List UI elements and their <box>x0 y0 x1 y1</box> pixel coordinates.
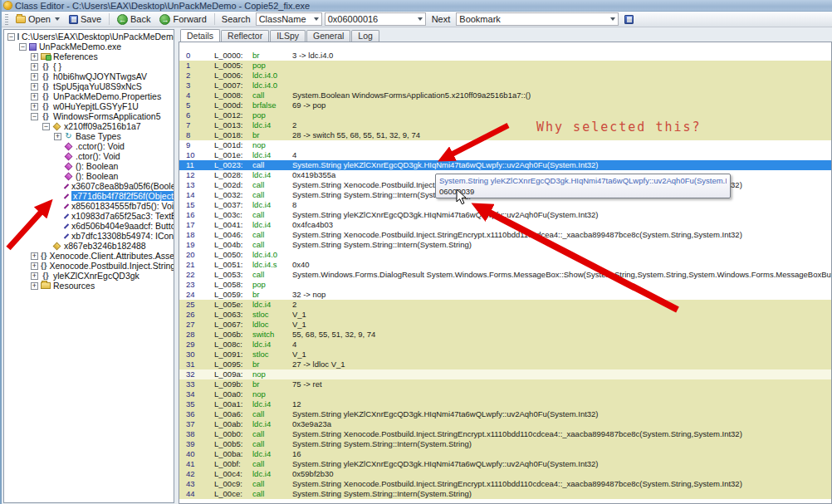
open-button[interactable]: Open <box>12 13 63 25</box>
il-row[interactable]: 10L_001e:ldc.i44 <box>179 150 831 160</box>
collapse-icon[interactable]: − <box>42 123 50 130</box>
il-row[interactable]: 43L_00c9:callSystem.String Xenocode.Post… <box>179 479 831 489</box>
il-row[interactable]: 28L_006b:switch55, 68, 55, 51, 32, 9, 74 <box>179 330 831 340</box>
expand-icon[interactable]: + <box>31 252 38 260</box>
il-row[interactable]: 15L_0037:ldc.i48 <box>179 200 831 210</box>
il-row[interactable]: 7L_0013:ldc.i42 <box>179 120 831 130</box>
tree-item[interactable]: −C:\Users\EAX\Desktop\UnPackMeDemo - Cop… <box>4 32 174 42</box>
il-row[interactable]: 31L_0095:br27 -> ldloc V_1 <box>179 360 831 369</box>
collapse-icon[interactable]: − <box>7 33 15 41</box>
il-row[interactable]: 19L_004b:callSystem.String System.String… <box>179 240 831 250</box>
tab-reflector[interactable]: Reflector <box>221 30 269 42</box>
tree-item[interactable]: x771d6b4f78f2f56f(Object, Ev <box>4 191 174 201</box>
il-row[interactable]: 17L_0041:ldc.i40x4fca4b03 <box>179 220 831 230</box>
expand-icon[interactable]: + <box>31 262 38 270</box>
tab-ilspy[interactable]: ILSpy <box>270 30 306 42</box>
il-row[interactable]: 42L_00c4:ldc.i40x59bf2b30 <box>179 469 831 479</box>
tree-item[interactable]: +{}Xenocode.Client.Attributes.AssemblyA <box>4 251 174 261</box>
classname-dropdown-icon[interactable] <box>314 17 319 21</box>
il-row[interactable]: 37L_00ab:ldc.i40x3e9a23a <box>179 419 831 429</box>
il-row[interactable]: 3L_0007:ldc.i4.0 <box>179 81 831 91</box>
tab-details[interactable]: Details <box>180 29 220 42</box>
il-row[interactable]: 24L_0059:br32 -> nop <box>179 290 831 300</box>
save-button[interactable]: Save <box>66 13 105 25</box>
tab-log[interactable]: Log <box>351 30 379 42</box>
expand-icon[interactable]: + <box>31 63 38 71</box>
il-row[interactable]: 9L_001d:nop <box>179 140 831 150</box>
tree-item[interactable]: (): Boolean <box>4 171 174 181</box>
tree-item[interactable]: +{}yleKZlCXnrEgcQD3gk <box>4 271 174 281</box>
il-row[interactable]: 16L_003c:callSystem.String yleKZlCXnrEgc… <box>179 210 831 220</box>
expand-icon[interactable]: + <box>31 73 38 81</box>
expand-icon[interactable]: + <box>31 93 38 100</box>
expand-icon[interactable]: + <box>54 133 61 140</box>
il-row[interactable]: 20L_0050:ldc.i4.0 <box>179 250 831 260</box>
tree-item[interactable]: .ctor(): Void <box>4 151 174 161</box>
il-row[interactable]: 0L_0000:br3 -> ldc.i4.0 <box>179 51 831 61</box>
tree-item[interactable]: .cctor(): Void <box>4 141 174 151</box>
tree-item[interactable]: xb7dfc13308b54974: IContainer <box>4 231 174 241</box>
expand-icon[interactable]: + <box>31 103 38 110</box>
il-row[interactable]: 21L_0051:ldc.i4.s0x40 <box>179 260 831 270</box>
token-dropdown-icon[interactable] <box>418 17 423 21</box>
bookmark-save-button[interactable] <box>621 14 637 25</box>
tree-item[interactable]: +↻Base Types <box>4 131 174 141</box>
tree-item[interactable]: +{}Xenocode.Postbuild.Inject.StringEncry <box>4 261 174 271</box>
il-row[interactable]: 22L_0053:callSystem.Windows.Forms.Dialog… <box>179 270 831 280</box>
il-row[interactable]: 23L_0058:pop <box>179 280 831 290</box>
collapse-icon[interactable]: − <box>19 43 27 51</box>
il-row[interactable]: 27L_0067:ldlocV_1 <box>179 320 831 330</box>
bookmark-combobox[interactable]: Bookmark <box>456 12 619 26</box>
tree-item[interactable]: x85601834555fb7d5(): Void <box>4 201 174 211</box>
bookmark-dropdown-icon[interactable] <box>610 17 615 21</box>
il-row[interactable]: 2L_0006:ldc.i4.0 <box>179 71 831 81</box>
collapse-icon[interactable]: − <box>31 113 38 120</box>
tab-general[interactable]: General <box>306 30 350 42</box>
tree-item[interactable]: −UnPackMeDemo.exe <box>4 42 174 51</box>
tree-item[interactable]: +{}{ } <box>4 61 174 71</box>
tree-item[interactable]: +{}UnPackMeDemo.Properties <box>4 91 174 101</box>
open-dropdown-icon[interactable] <box>55 17 60 21</box>
tree-item[interactable]: +{}w0HuYepjtLGSYyF1U <box>4 101 174 111</box>
il-row[interactable]: 35L_00a1:ldc.i412 <box>179 399 831 409</box>
il-row[interactable]: 40L_00ba:ldc.i416 <box>179 449 831 459</box>
tree-item[interactable]: +References <box>4 51 174 61</box>
tree-item[interactable]: x10983d7a65f25ac3: TextBox <box>4 211 174 221</box>
tree-item[interactable]: +{}h0bi6hwQJOYNTwgsAV <box>4 71 174 81</box>
tree-item[interactable]: +Resources <box>4 281 174 291</box>
il-row[interactable]: 39L_00b5:callSystem.String System.String… <box>179 439 831 449</box>
il-row[interactable]: 1L_0005:pop <box>179 61 831 71</box>
forward-button[interactable]: → Forward <box>156 13 209 26</box>
tree-item[interactable]: (): Boolean <box>4 161 174 171</box>
next-button[interactable]: Next <box>428 13 454 25</box>
il-row[interactable]: 25L_005e:ldc.i42 <box>179 300 831 310</box>
tree-item[interactable]: +{}tSpU5jqaYuU8S9xNcS <box>4 81 174 91</box>
tree-item[interactable]: x3607c8ea8b9a05f6(Boolean): <box>4 181 174 191</box>
il-row[interactable]: 38L_00b0:callSystem.String Xenocode.Post… <box>179 429 831 439</box>
il-row[interactable]: 32L_009a:nop <box>179 369 831 379</box>
il-row[interactable]: 4L_0008:callSystem.Boolean WindowsFormsA… <box>179 91 831 100</box>
expand-icon[interactable]: + <box>31 272 38 280</box>
token-combobox[interactable]: 0x06000016 <box>325 12 426 26</box>
il-row[interactable]: 5L_000d:brfalse69 -> pop <box>179 100 831 110</box>
expand-icon[interactable]: + <box>31 83 38 91</box>
tree-item[interactable]: −{}WindowsFormsApplication5 <box>4 111 174 121</box>
il-row[interactable]: 34L_00a0:nop <box>179 389 831 399</box>
classname-combobox[interactable]: ClassName <box>256 12 322 26</box>
il-row[interactable]: 8L_0018:br28 -> switch 55, 68, 55, 51, 3… <box>179 130 831 140</box>
tree-item[interactable]: x867eb3246b182488 <box>4 241 174 251</box>
il-row[interactable]: 6L_0012:pop <box>179 110 831 120</box>
il-row[interactable]: 18L_0046:callSystem.String Xenocode.Post… <box>179 230 831 240</box>
il-row[interactable]: 30L_0091:stlocV_1 <box>179 350 831 360</box>
il-row[interactable]: 26L_0063:stlocV_1 <box>179 310 831 320</box>
back-button[interactable]: ← Back <box>114 13 154 26</box>
il-row[interactable]: 44L_00ce:callSystem.String System.String… <box>179 489 831 499</box>
il-row[interactable]: 36L_00a6:callSystem.String yleKZlCXnrEgc… <box>179 409 831 419</box>
expand-icon[interactable]: + <box>31 282 38 290</box>
il-row[interactable]: 41L_00bf:callSystem.String yleKZlCXnrEgc… <box>179 459 831 469</box>
il-row[interactable]: 11L_0023:callSystem.String yleKZlCXnrEgc… <box>179 160 831 170</box>
tree-item[interactable]: −x210ff09a2516b1a7 <box>4 121 174 131</box>
il-listing[interactable]: 0L_0000:br3 -> ldc.i4.01L_0005:pop2L_000… <box>179 42 831 499</box>
il-row[interactable]: 29L_008c:ldc.i44 <box>179 340 831 350</box>
il-row[interactable]: 33L_009b:br75 -> ret <box>179 379 831 389</box>
